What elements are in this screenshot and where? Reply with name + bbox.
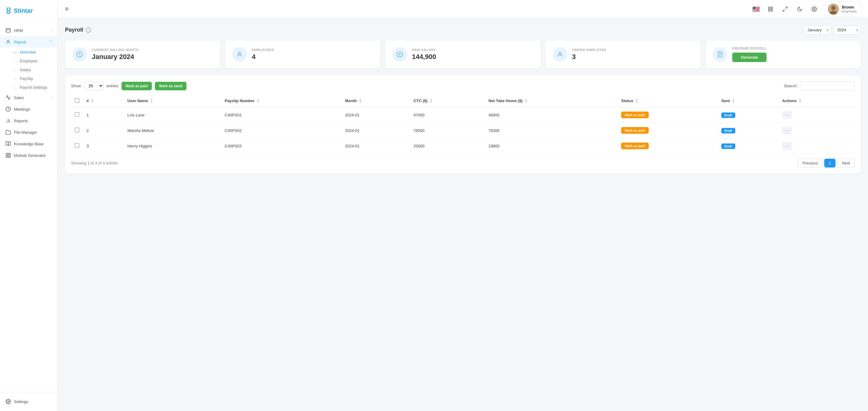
entries-select[interactable]: 2550100: [84, 82, 103, 90]
row-status-0: Mark as paid: [617, 107, 718, 123]
settings-icon[interactable]: [809, 4, 819, 14]
row-mark-paid-btn-2[interactable]: Mark as paid: [621, 143, 649, 149]
row-month-1: 2024-01: [341, 123, 410, 138]
prepare-content: PREPARE PAYROLL Generate: [732, 47, 767, 62]
sidebar-item-sales[interactable]: Sales ›: [0, 92, 57, 104]
svg-rect-10: [6, 156, 8, 157]
sidebar-item-hrm-label: HRM: [14, 28, 23, 33]
svg-point-21: [831, 6, 836, 10]
grid-icon[interactable]: [766, 4, 775, 14]
col-actions: Actions ▲▼: [778, 95, 855, 107]
month-select[interactable]: JanuaryFebruaryMarch AprilMayJune JulyAu…: [804, 26, 831, 34]
avatar: [828, 4, 839, 14]
user-profile-button[interactable]: Brown Employee: [824, 2, 861, 17]
billing-label: CURRENT BILLING MONTH: [92, 48, 139, 52]
row-net-1: 78300: [485, 123, 617, 138]
payroll-chevron-icon: ˅: [50, 40, 52, 44]
row-user-2: Henry Higgins: [124, 138, 221, 154]
row-actions-btn-2[interactable]: ···: [782, 142, 792, 150]
row-checkbox-cell: [71, 138, 83, 154]
row-mark-paid-btn-1[interactable]: Mark as paid: [621, 127, 649, 134]
showing-text: Showing 1 to 3 of 3 entries: [71, 161, 118, 165]
payslip-label: PaySlip: [20, 76, 33, 81]
year-select-wrapper: 2022202320242025: [833, 26, 861, 34]
info-icon[interactable]: i: [86, 27, 91, 33]
hrm-chevron-icon: ›: [51, 29, 52, 32]
employee-label: Employee: [20, 59, 37, 63]
sidebar-bottom: Settings: [0, 392, 57, 411]
row-checkbox-1[interactable]: [75, 128, 79, 132]
row-net-2: 19800: [485, 138, 617, 154]
sidebar-item-settings[interactable]: Settings: [0, 396, 57, 407]
unpaid-label: UNPAID EMPLOYEE: [572, 48, 607, 52]
user-role: Employee: [842, 9, 857, 13]
stat-unpaid-employee: UNPAID EMPLOYEE 3: [546, 40, 701, 68]
row-num-2: 3: [83, 138, 124, 154]
employees-content: EMPLOYEES 4: [252, 48, 274, 61]
row-checkbox-0[interactable]: [75, 112, 79, 117]
col-num: # ▲▼: [83, 95, 124, 107]
row-num-1: 2: [83, 123, 124, 138]
table-controls: Show 2550100 entries Mark as paid Mark a…: [71, 82, 855, 90]
sidebar-item-overview[interactable]: Overview: [13, 48, 57, 57]
previous-button[interactable]: Previous: [798, 159, 823, 168]
stats-row: CURRENT BILLING MONTH January 2024 EMPLO…: [65, 40, 861, 68]
overview-label: Overview: [20, 50, 36, 54]
page-title: Payroll: [65, 27, 83, 33]
sidebar-item-reports[interactable]: Reports: [0, 115, 57, 126]
row-actions-1: ···: [778, 123, 855, 138]
row-actions-2: ···: [778, 138, 855, 154]
row-actions-btn-1[interactable]: ···: [782, 126, 792, 135]
row-payslip-0: C40PS01: [221, 107, 341, 123]
next-button[interactable]: Next: [837, 159, 855, 168]
row-checkbox-cell: [71, 107, 83, 123]
payroll-settings-label: Payroll Settings: [20, 85, 47, 90]
sidebar-item-settings-label: Settings: [14, 400, 28, 404]
sidebar-item-payslip[interactable]: PaySlip: [13, 74, 57, 83]
sidebar-item-meetings[interactable]: Meetings: [0, 104, 57, 115]
col-username: User Name ▲▼: [124, 95, 221, 107]
sidebar-item-hrm[interactable]: HRM ›: [0, 25, 57, 36]
row-mark-paid-btn-0[interactable]: Mark as paid: [621, 112, 649, 118]
billing-value: January 2024: [92, 53, 139, 61]
year-select[interactable]: 2022202320242025: [833, 26, 861, 34]
hamburger-icon[interactable]: ≡: [65, 5, 69, 12]
sidebar-item-employee[interactable]: Employee: [13, 57, 57, 65]
select-all-checkbox[interactable]: [75, 98, 79, 103]
generate-button[interactable]: Generate: [732, 53, 767, 62]
search-input[interactable]: [800, 82, 855, 90]
row-actions-btn-0[interactable]: ···: [782, 111, 792, 119]
paid-salary-label: PAID SALARY: [412, 48, 436, 52]
search-row: Search:: [784, 82, 855, 90]
topbar: ≡ 🇺🇸: [58, 0, 868, 18]
sidebar-item-payroll-settings[interactable]: Payroll Settings: [13, 83, 57, 92]
stat-prepare-payroll: PREPARE PAYROLL Generate: [706, 40, 861, 68]
logo: Stintar: [0, 0, 57, 22]
fullscreen-icon[interactable]: [780, 4, 790, 14]
theme-icon[interactable]: [795, 4, 805, 14]
stat-billing-month: CURRENT BILLING MONTH January 2024: [65, 40, 220, 68]
svg-rect-8: [6, 153, 8, 155]
page-header: Payroll i JanuaryFebruaryMarch AprilMayJ…: [65, 26, 861, 34]
entries-label: entries: [106, 84, 119, 88]
svg-point-3: [7, 40, 9, 42]
sidebar-item-file-manager[interactable]: File Manager: [0, 126, 57, 138]
row-checkbox-2[interactable]: [75, 143, 79, 148]
mark-as-send-button[interactable]: Mark as send: [155, 82, 186, 90]
row-draft-badge-2: Draft: [721, 144, 735, 149]
sidebar-nav: HRM › Payroll ˅ Overview Employee Salary…: [0, 22, 57, 392]
employees-label: EMPLOYEES: [252, 48, 274, 52]
sidebar-item-knowledge-base[interactable]: Knowledge Base: [0, 138, 57, 150]
sidebar-item-module-generator[interactable]: Module Generator: [0, 150, 57, 161]
page-1-button[interactable]: 1: [824, 159, 836, 168]
svg-rect-11: [9, 156, 10, 157]
sidebar-item-salary[interactable]: Salary: [13, 65, 57, 74]
col-status: Status ▲▼: [617, 95, 718, 107]
sidebar-item-payroll[interactable]: Payroll ˅: [0, 36, 57, 48]
table-row: 2 Marsha Mellow C40PS02 2024-01 78500 78…: [71, 123, 855, 138]
svg-rect-16: [771, 9, 773, 11]
svg-rect-15: [768, 9, 770, 11]
paid-salary-value: 144,900: [412, 53, 436, 61]
mark-as-paid-button[interactable]: Mark as paid: [122, 82, 152, 90]
flag-icon[interactable]: 🇺🇸: [751, 4, 761, 14]
